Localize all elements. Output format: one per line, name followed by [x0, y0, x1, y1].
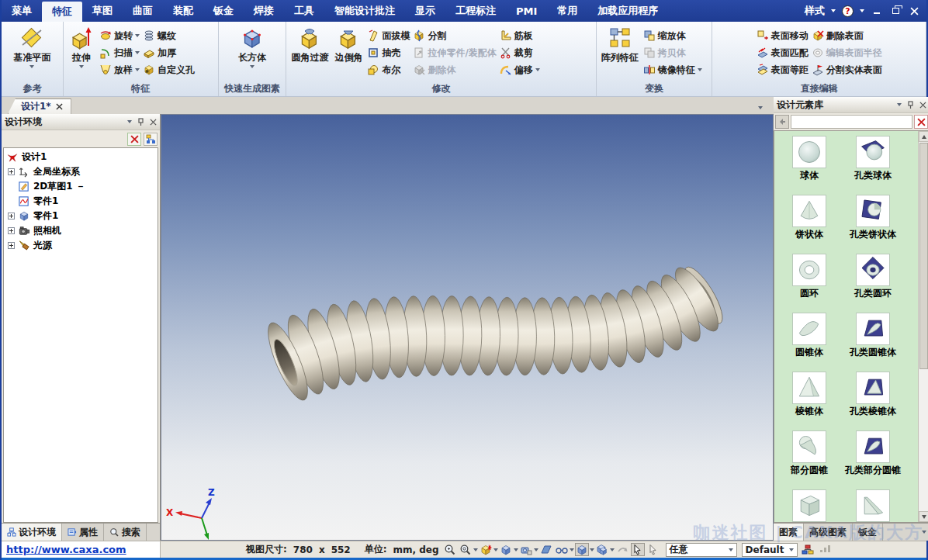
element-hole-cone[interactable]: 孔类圆锥体: [841, 313, 905, 372]
tab-properties[interactable]: 属性: [62, 524, 104, 541]
element-pie[interactable]: 饼状体: [777, 195, 841, 254]
tab-pmi[interactable]: PMI: [506, 0, 547, 22]
tab-common[interactable]: 常用: [547, 0, 587, 22]
element-pyramid[interactable]: 棱锥体: [777, 372, 841, 430]
library-tabs-dropdown-icon[interactable]: [922, 531, 926, 534]
face-equidistant-button[interactable]: 表面等距: [755, 61, 810, 78]
element-partial-cone[interactable]: 部分圆锥: [777, 430, 841, 489]
thicken-button[interactable]: 加厚: [141, 44, 196, 61]
element-cone[interactable]: 圆锥体: [777, 313, 841, 372]
offset-button[interactable]: 偏移: [498, 61, 542, 78]
tab-sheetmetal[interactable]: 钣金: [203, 0, 244, 22]
face-draft-button[interactable]: 面拔模: [365, 27, 411, 44]
tab-menu[interactable]: 菜单: [2, 0, 42, 22]
style-dropdown-icon[interactable]: [831, 9, 836, 12]
caxa-link[interactable]: http://www.caxa.com: [6, 544, 126, 555]
face-delete-button[interactable]: 删除表面: [810, 27, 884, 44]
element-rib[interactable]: 加强肋: [841, 489, 905, 523]
tree-item-global-coords[interactable]: 全局坐标系: [4, 164, 158, 179]
datum-plane-button[interactable]: 基准平面: [10, 23, 54, 68]
clear-filter-button[interactable]: [127, 133, 141, 146]
cuboid-dropdown-icon[interactable]: [250, 65, 255, 68]
fillet-button[interactable]: 圆角过渡: [288, 23, 331, 64]
tree-item-part1-solid[interactable]: 零件1: [4, 209, 158, 223]
cuboid-button[interactable]: 长方体: [235, 23, 269, 68]
close-button[interactable]: [908, 5, 920, 16]
tab-sheetmetal-lib[interactable]: 钣金: [853, 524, 883, 541]
extrude-dropdown-icon[interactable]: [79, 65, 84, 68]
document-tab[interactable]: 设计1*: [8, 99, 71, 114]
face-split-button[interactable]: 分割实体表面: [810, 61, 884, 78]
tab-tools[interactable]: 工具: [284, 0, 324, 22]
panel-dropdown-icon[interactable]: [897, 103, 902, 106]
tab-weld[interactable]: 焊接: [244, 0, 284, 22]
chamfer-button[interactable]: 边倒角: [331, 23, 365, 64]
perspective-glasses-icon[interactable]: [555, 543, 569, 556]
element-sphere[interactable]: 球体: [777, 136, 841, 195]
scrollbar-thumb[interactable]: [919, 143, 928, 369]
shell-button[interactable]: 抽壳: [365, 44, 411, 61]
pick-cursor-icon[interactable]: [646, 543, 660, 556]
face-move-button[interactable]: 表面移动: [755, 27, 810, 44]
view-orientation-icon[interactable]: [499, 543, 513, 556]
tab-list-dropdown-icon[interactable]: [758, 106, 763, 109]
mirror-dropdown-icon[interactable]: [698, 68, 702, 71]
scroll-down-icon[interactable]: [919, 511, 928, 522]
trim-button[interactable]: 裁剪: [498, 44, 542, 61]
sweep-dropdown-icon[interactable]: [135, 51, 140, 54]
element-hole-pyramid[interactable]: 孔类棱锥体: [841, 372, 905, 430]
tree-filter-button[interactable]: [144, 133, 158, 146]
undo-pick-icon[interactable]: [615, 543, 629, 556]
panel-close-icon[interactable]: [150, 119, 157, 126]
mirror-feature-button[interactable]: 镜像特征: [642, 61, 704, 78]
back-button[interactable]: [775, 115, 789, 129]
tree-item-sketch1[interactable]: 2D草图1 －: [4, 179, 158, 194]
element-hole-torus[interactable]: 孔类圆环: [841, 254, 905, 313]
custom-hole-button[interactable]: 自定义孔: [141, 61, 196, 78]
element-hole-sphere[interactable]: 孔类球体: [841, 136, 905, 195]
split-button[interactable]: 分割: [411, 27, 497, 44]
clip-plane-icon[interactable]: [539, 543, 553, 556]
help-icon[interactable]: ?: [842, 5, 854, 17]
revolve-button[interactable]: 旋转: [98, 27, 141, 44]
element-hole-pie[interactable]: 孔类饼状体: [841, 195, 905, 254]
tree-item-design1[interactable]: 设计1: [4, 150, 158, 164]
stretch-part-button[interactable]: 拉伸零件/装配体: [411, 44, 497, 61]
assembly-display-icon[interactable]: [595, 543, 609, 556]
view-dropdown-icon[interactable]: [514, 548, 518, 551]
document-tab-close-icon[interactable]: [56, 103, 63, 110]
panel-dropdown-icon[interactable]: [127, 120, 132, 123]
render-dropdown-icon[interactable]: [493, 548, 498, 551]
expand-icon[interactable]: [8, 227, 15, 234]
tab-assembly[interactable]: 装配: [163, 0, 203, 22]
boolean-button[interactable]: 布尔: [365, 61, 411, 78]
tree-item-camera[interactable]: 照相机: [4, 223, 158, 238]
library-scrollbar[interactable]: [918, 131, 928, 522]
datum-plane-dropdown-icon[interactable]: [29, 65, 34, 68]
capture-dropdown-icon[interactable]: [534, 548, 538, 551]
tab-addins[interactable]: 加载应用程序: [587, 0, 668, 22]
tab-sketch[interactable]: 草图: [82, 0, 123, 22]
pin-icon[interactable]: [137, 118, 144, 126]
assembly-dropdown-icon[interactable]: [610, 548, 615, 551]
copy-body-button[interactable]: 拷贝体: [642, 44, 704, 61]
tree-item-light[interactable]: 光源: [4, 238, 158, 253]
loft-button[interactable]: 放样: [98, 61, 141, 78]
tab-surface[interactable]: 曲面: [123, 0, 163, 22]
tab-advanced-primitives[interactable]: 高级图素: [804, 524, 853, 541]
extrude-button[interactable]: 拉伸: [65, 23, 98, 68]
capture-view-icon[interactable]: [519, 543, 533, 556]
expand-icon[interactable]: [8, 242, 15, 249]
zoom-in-icon[interactable]: [443, 543, 457, 556]
revolve-dropdown-icon[interactable]: [135, 34, 140, 37]
pattern-button[interactable]: 阵列特征: [598, 23, 642, 64]
element-torus[interactable]: 圆环: [777, 254, 841, 313]
expand-icon[interactable]: [8, 213, 15, 220]
display-mode-icon[interactable]: [575, 543, 589, 556]
select-cursor-icon[interactable]: [631, 543, 645, 556]
thread-button[interactable]: 螺纹: [141, 27, 196, 44]
sweep-button[interactable]: 扫描: [98, 44, 141, 61]
3d-viewport[interactable]: X Z Y: [161, 114, 774, 541]
tab-search[interactable]: 搜索: [104, 524, 147, 541]
scale-body-button[interactable]: 缩放体: [642, 27, 704, 44]
